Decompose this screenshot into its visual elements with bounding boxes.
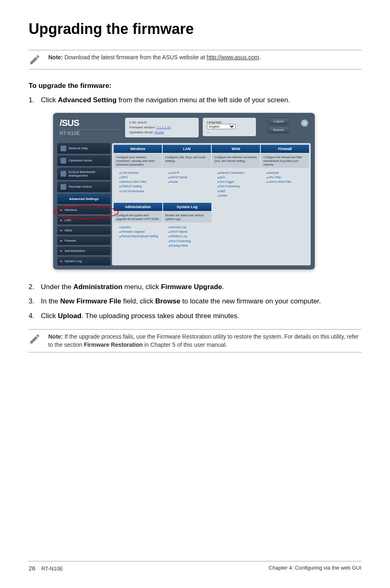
panel-link[interactable]: 2.4G Professional [119, 189, 159, 193]
panel-link[interactable]: Restore/Save/Upload Setting [119, 234, 160, 238]
panel-link[interactable]: Port Trigger [217, 180, 258, 184]
sidebar-item-wan[interactable]: ▸ WAN [57, 226, 110, 235]
admin-links: SystemFirmware UpgradeRestore/Save/Uploa… [114, 223, 162, 249]
globe-icon [301, 119, 308, 127]
wan-links: Internet ConnectionQoSPort TriggerPort F… [212, 169, 260, 200]
note-box-2: Note: If the upgrade process fails, use … [29, 329, 361, 352]
step-3: 3. In the New Firmware File field, click… [29, 296, 361, 307]
step-2: 2. Under the Administration menu, click … [29, 282, 361, 292]
sidebar-item-syslog[interactable]: ▸ System Log [57, 257, 110, 265]
subheading: To upgrade the firmware: [29, 82, 361, 90]
page-footer: 26 RT-N10E Chapter 4: Configuring via th… [29, 561, 361, 572]
panel-link[interactable]: RADIUS Setting [119, 184, 159, 189]
panel-link[interactable]: DHCP Server [168, 175, 208, 180]
step-4: 4. Click Upload. The uploading process t… [29, 311, 361, 321]
panel-link[interactable]: QoS [217, 175, 258, 180]
panel-link[interactable]: Wireless MAC Filter [119, 180, 159, 184]
panel-link[interactable]: Internet Connection [217, 171, 258, 175]
sidebar-item-parental[interactable]: Parental control [57, 182, 110, 192]
panel-link[interactable]: Wireless Log [169, 234, 209, 238]
router-admin-screenshot: /SUS RT-N10E 2.4G: ASUS Firmware Version… [53, 113, 315, 269]
panel-link[interactable]: System [119, 225, 160, 229]
panel-firewall-head[interactable]: Firewall [261, 145, 309, 153]
panel-link[interactable]: Routing Table [169, 243, 209, 248]
brand-logo: /SUS RT-N10E [60, 118, 121, 136]
panel-link[interactable]: LAN to WAN Filter [267, 180, 307, 184]
sidebar-item-admin[interactable]: ▸ Administration [57, 247, 110, 255]
page-title: Upgrading the firmware [29, 20, 361, 38]
firewall-links: GeneralURL FilterLAN to WAN Filter [261, 169, 309, 200]
panel-link[interactable]: URL Filter [267, 175, 307, 180]
logout-button[interactable]: Logout [267, 118, 289, 125]
note-text: Note: Download the latest firmware from … [48, 54, 261, 62]
pencil-icon [29, 54, 41, 66]
sidebar-item-wireless[interactable]: ▸ Wireless [57, 206, 110, 214]
panel-link[interactable]: Port Forwarding [169, 239, 209, 243]
sidebar-advanced-settings[interactable]: Advanced Settings [57, 194, 110, 204]
panel-link[interactable]: DMZ [217, 189, 258, 193]
wireless-links: 2.4G GeneralWPSWireless MAC FilterRADIUS… [114, 169, 162, 200]
lan-links: LAN IPDHCP ServerRoute [163, 169, 211, 200]
panel-syslog-head[interactable]: System Log [163, 203, 212, 211]
panel-link[interactable]: LAN IP [168, 171, 208, 175]
panel-wan-head[interactable]: WAN [212, 145, 260, 153]
syslog-links: General LogDHCP leasesWireless LogPort F… [163, 223, 212, 249]
panel-link[interactable]: DHCP leases [169, 229, 209, 234]
status-panel: 2.4G: ASUS Firmware Version: 2.1.1.1.01 … [125, 118, 199, 137]
reboot-button[interactable]: Reboot [267, 126, 290, 133]
panel-link[interactable]: DDNS [217, 193, 258, 198]
panel-link[interactable]: General [267, 171, 307, 175]
sidebar-item-firewall[interactable]: ▸ Firewall [57, 236, 110, 245]
note-text: Note: If the upgrade process fails, use … [48, 333, 361, 349]
sidebar-item-network-map[interactable]: Network Map [57, 143, 110, 154]
panel-link[interactable]: Route [168, 180, 208, 184]
sidebar-item-ezqos[interactable]: EzQoS Bandwidth Management [57, 168, 110, 180]
panel-link[interactable]: General Log [169, 225, 209, 229]
panel-link[interactable]: 2.4G General [119, 171, 159, 175]
language-panel: Language: English ▫▫▫ [203, 118, 256, 136]
download-link[interactable]: http://www.asus.com [207, 54, 259, 61]
step-1: 1. Click Advanced Setting from the navig… [29, 95, 361, 105]
panel-wireless-head[interactable]: Wireless [114, 145, 162, 153]
sidebar-item-operation-mode[interactable]: Operation Mode [57, 155, 110, 166]
panel-link[interactable]: Firmware Upgrade [119, 229, 160, 234]
panel-link[interactable]: WPS [119, 175, 159, 180]
main-panel: Wireless LAN WAN Firewall Configure your… [112, 143, 311, 265]
sidebar-item-lan[interactable]: ▸ LAN [57, 216, 110, 224]
pencil-icon [29, 333, 41, 345]
chapter-label: Chapter 4: Configuring via the web GUI [269, 565, 361, 572]
sidebar: Network Map Operation Mode EzQoS Bandwid… [57, 143, 110, 265]
panel-lan-head[interactable]: LAN [163, 145, 211, 153]
language-select[interactable]: English [207, 124, 235, 129]
panel-link[interactable]: Port Forwarding [217, 184, 258, 189]
page-number: 26 [29, 565, 36, 572]
panel-admin-head[interactable]: Administration [114, 203, 162, 211]
note-box-1: Note: Download the latest firmware from … [29, 50, 361, 70]
